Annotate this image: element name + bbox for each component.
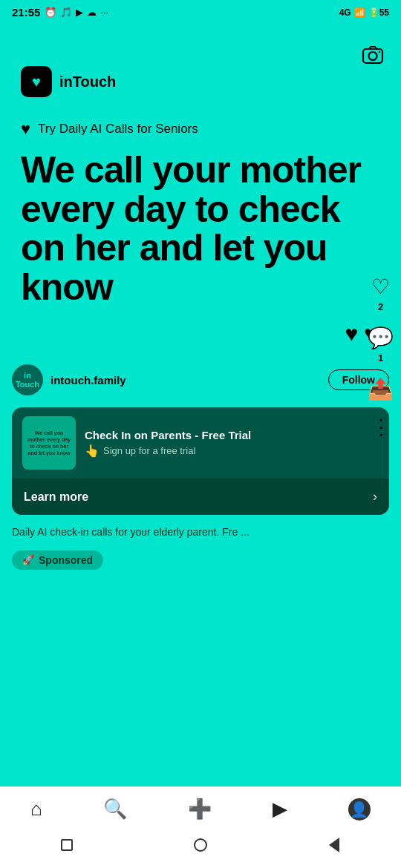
learn-more-row[interactable]: Learn more › <box>12 479 389 515</box>
tagline: ♥ Try Daily AI Calls for Seniors <box>0 112 401 151</box>
battery-label: 🔋55 <box>368 7 389 18</box>
brand-area: ♥ inTouch <box>0 22 401 112</box>
network-label: 4G <box>339 7 351 18</box>
main-content: ♥ inTouch ♥ Try Daily AI Calls for Senio… <box>0 22 401 577</box>
nav-profile[interactable]: 👤 <box>341 795 378 823</box>
like-button[interactable]: ♡ 2 <box>371 274 390 312</box>
android-back-button[interactable] <box>323 834 345 856</box>
android-recents-button[interactable] <box>56 834 78 856</box>
brand-logo: ♥ <box>21 66 52 97</box>
ad-subtitle: 👆 Sign up for a free trial <box>85 444 379 458</box>
avatar-label: inTouch <box>16 371 39 389</box>
nav-add[interactable]: ➕ <box>180 795 219 823</box>
tagline-heart-icon: ♥ <box>21 119 30 139</box>
nav-items: ⌂ 🔍 ➕ ▶ 👤 <box>0 787 401 828</box>
recents-icon <box>61 839 73 851</box>
fingerprint-icon: 👆 <box>85 444 100 458</box>
share-button[interactable]: 📤 <box>368 377 394 401</box>
heart-icon-1: ♥ <box>345 321 358 346</box>
nav-search[interactable]: 🔍 <box>96 795 134 823</box>
like-count: 2 <box>378 301 383 312</box>
ad-info: Check In on Parents - Free Trial 👆 Sign … <box>85 429 379 458</box>
more-options-button[interactable]: ⋮ <box>371 415 391 439</box>
alarm-icon: ⏰ <box>45 7 56 18</box>
status-bar: 21:55 ⏰ 🎵 ▶ ☁ ··· 4G 📶 🔋55 <box>0 0 401 22</box>
dots-vertical-icon: ⋮ <box>371 415 391 439</box>
tagline-text: Try Daily AI Calls for Seniors <box>38 122 198 137</box>
hearts-row: ♥ ♥ <box>0 321 401 358</box>
spotify-icon: 🎵 <box>60 7 72 18</box>
chevron-right-icon: › <box>373 489 377 504</box>
learn-more-text: Learn more <box>24 490 88 504</box>
home-circle-icon <box>194 838 207 852</box>
username: intouch.family <box>50 374 321 387</box>
headline: We call your mother every day to check o… <box>0 151 401 321</box>
user-row: inTouch intouch.family Follow <box>0 358 401 401</box>
android-nav <box>0 828 401 868</box>
sponsored-text: Sponsored <box>39 554 93 566</box>
status-left: 21:55 ⏰ 🎵 ▶ ☁ ··· <box>12 6 108 19</box>
user-avatar: inTouch <box>12 364 43 395</box>
profile-avatar: 👤 <box>348 798 371 821</box>
thumb-line3: to check on her <box>30 443 68 450</box>
nav-reels[interactable]: ▶ <box>265 795 295 823</box>
brand-logo-heart: ♥ <box>32 73 41 91</box>
more-icon: ··· <box>100 7 108 18</box>
ad-title: Check In on Parents - Free Trial <box>85 429 379 441</box>
status-icons: ⏰ 🎵 ▶ ☁ ··· <box>45 7 108 18</box>
status-time: 21:55 <box>12 6 40 19</box>
sponsored-badge: 🚀 Sponsored <box>12 550 103 570</box>
thumb-line1: We call you <box>35 430 63 436</box>
search-icon: 🔍 <box>103 798 127 821</box>
thumb-line2: mother every day <box>27 436 71 443</box>
signal-icon: 📶 <box>354 7 365 18</box>
bottom-nav: ⌂ 🔍 ➕ ▶ 👤 <box>0 786 401 868</box>
heart-action-icon: ♡ <box>371 274 390 299</box>
comment-count: 1 <box>378 352 383 364</box>
back-icon <box>329 838 339 852</box>
add-icon: ➕ <box>188 798 212 821</box>
ad-thumbnail: We call you mother every day to check on… <box>22 416 76 470</box>
description: Daily AI check-in calls for your elderly… <box>0 515 401 546</box>
brand-name: inTouch <box>59 73 116 91</box>
side-actions: ♡ 2 💬 1 📤 ⋮ <box>368 274 394 439</box>
sponsored-icon: 🚀 <box>22 554 34 565</box>
nav-home[interactable]: ⌂ <box>23 795 50 823</box>
youtube-icon: ▶ <box>76 7 83 18</box>
share-icon: 📤 <box>368 377 394 401</box>
cloud-icon: ☁ <box>87 7 97 18</box>
reels-icon: ▶ <box>273 798 287 821</box>
thumb-line4: and let you know <box>28 450 71 456</box>
android-home-button[interactable] <box>189 834 212 856</box>
comment-icon: 💬 <box>368 326 394 350</box>
comment-button[interactable]: 💬 1 <box>368 326 394 364</box>
status-right: 4G 📶 🔋55 <box>339 7 389 18</box>
home-icon: ⌂ <box>30 798 42 821</box>
ad-card: We call you mother every day to check on… <box>12 407 389 515</box>
ad-subtitle-text: Sign up for a free trial <box>103 445 195 456</box>
ad-card-top: We call you mother every day to check on… <box>12 407 389 479</box>
